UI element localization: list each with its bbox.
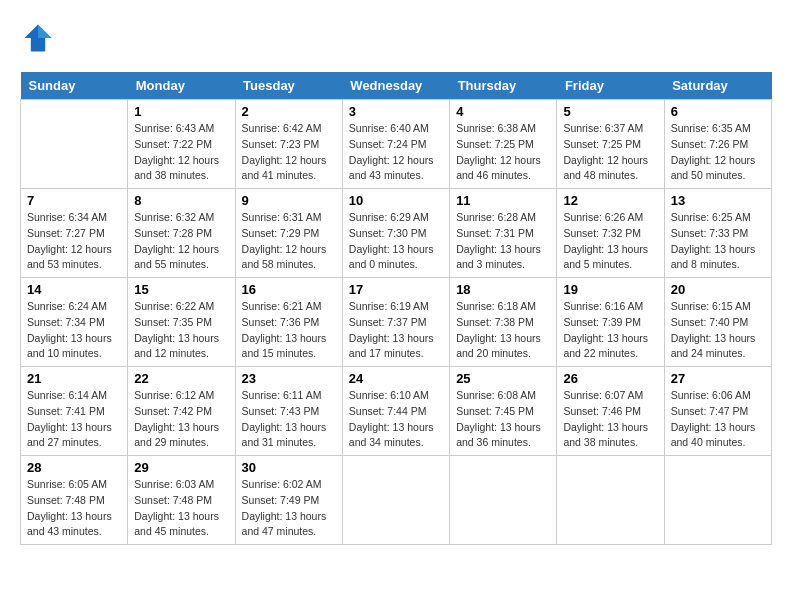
calendar-cell: 22Sunrise: 6:12 AMSunset: 7:42 PMDayligh… (128, 367, 235, 456)
day-number: 22 (134, 371, 228, 386)
calendar-cell: 12Sunrise: 6:26 AMSunset: 7:32 PMDayligh… (557, 189, 664, 278)
day-number: 3 (349, 104, 443, 119)
calendar-cell: 28Sunrise: 6:05 AMSunset: 7:48 PMDayligh… (21, 456, 128, 545)
day-info: Sunrise: 6:14 AMSunset: 7:41 PMDaylight:… (27, 388, 121, 451)
day-number: 8 (134, 193, 228, 208)
day-header-wednesday: Wednesday (342, 72, 449, 100)
day-number: 28 (27, 460, 121, 475)
day-number: 5 (563, 104, 657, 119)
page-header (20, 20, 772, 56)
day-info: Sunrise: 6:37 AMSunset: 7:25 PMDaylight:… (563, 121, 657, 184)
calendar-cell: 14Sunrise: 6:24 AMSunset: 7:34 PMDayligh… (21, 278, 128, 367)
day-info: Sunrise: 6:24 AMSunset: 7:34 PMDaylight:… (27, 299, 121, 362)
day-number: 9 (242, 193, 336, 208)
day-info: Sunrise: 6:22 AMSunset: 7:35 PMDaylight:… (134, 299, 228, 362)
day-number: 18 (456, 282, 550, 297)
calendar-cell: 21Sunrise: 6:14 AMSunset: 7:41 PMDayligh… (21, 367, 128, 456)
calendar-cell: 18Sunrise: 6:18 AMSunset: 7:38 PMDayligh… (450, 278, 557, 367)
calendar-cell: 30Sunrise: 6:02 AMSunset: 7:49 PMDayligh… (235, 456, 342, 545)
day-header-tuesday: Tuesday (235, 72, 342, 100)
day-info: Sunrise: 6:21 AMSunset: 7:36 PMDaylight:… (242, 299, 336, 362)
day-number: 25 (456, 371, 550, 386)
calendar-cell: 4Sunrise: 6:38 AMSunset: 7:25 PMDaylight… (450, 100, 557, 189)
day-info: Sunrise: 6:10 AMSunset: 7:44 PMDaylight:… (349, 388, 443, 451)
day-info: Sunrise: 6:38 AMSunset: 7:25 PMDaylight:… (456, 121, 550, 184)
day-info: Sunrise: 6:02 AMSunset: 7:49 PMDaylight:… (242, 477, 336, 540)
calendar-week-5: 28Sunrise: 6:05 AMSunset: 7:48 PMDayligh… (21, 456, 772, 545)
calendar-cell: 23Sunrise: 6:11 AMSunset: 7:43 PMDayligh… (235, 367, 342, 456)
calendar-cell: 15Sunrise: 6:22 AMSunset: 7:35 PMDayligh… (128, 278, 235, 367)
day-header-monday: Monday (128, 72, 235, 100)
day-info: Sunrise: 6:28 AMSunset: 7:31 PMDaylight:… (456, 210, 550, 273)
day-info: Sunrise: 6:19 AMSunset: 7:37 PMDaylight:… (349, 299, 443, 362)
calendar-cell: 27Sunrise: 6:06 AMSunset: 7:47 PMDayligh… (664, 367, 771, 456)
calendar-cell: 8Sunrise: 6:32 AMSunset: 7:28 PMDaylight… (128, 189, 235, 278)
day-info: Sunrise: 6:40 AMSunset: 7:24 PMDaylight:… (349, 121, 443, 184)
day-info: Sunrise: 6:25 AMSunset: 7:33 PMDaylight:… (671, 210, 765, 273)
day-number: 2 (242, 104, 336, 119)
day-info: Sunrise: 6:29 AMSunset: 7:30 PMDaylight:… (349, 210, 443, 273)
day-number: 27 (671, 371, 765, 386)
calendar-cell: 19Sunrise: 6:16 AMSunset: 7:39 PMDayligh… (557, 278, 664, 367)
calendar-cell: 9Sunrise: 6:31 AMSunset: 7:29 PMDaylight… (235, 189, 342, 278)
day-number: 21 (27, 371, 121, 386)
calendar-cell: 24Sunrise: 6:10 AMSunset: 7:44 PMDayligh… (342, 367, 449, 456)
day-number: 7 (27, 193, 121, 208)
calendar-cell (342, 456, 449, 545)
calendar-cell: 17Sunrise: 6:19 AMSunset: 7:37 PMDayligh… (342, 278, 449, 367)
day-number: 13 (671, 193, 765, 208)
calendar-cell (557, 456, 664, 545)
calendar-week-4: 21Sunrise: 6:14 AMSunset: 7:41 PMDayligh… (21, 367, 772, 456)
calendar-cell: 3Sunrise: 6:40 AMSunset: 7:24 PMDaylight… (342, 100, 449, 189)
day-number: 6 (671, 104, 765, 119)
day-info: Sunrise: 6:32 AMSunset: 7:28 PMDaylight:… (134, 210, 228, 273)
day-info: Sunrise: 6:43 AMSunset: 7:22 PMDaylight:… (134, 121, 228, 184)
calendar-cell: 11Sunrise: 6:28 AMSunset: 7:31 PMDayligh… (450, 189, 557, 278)
calendar-cell: 5Sunrise: 6:37 AMSunset: 7:25 PMDaylight… (557, 100, 664, 189)
day-number: 11 (456, 193, 550, 208)
day-info: Sunrise: 6:31 AMSunset: 7:29 PMDaylight:… (242, 210, 336, 273)
day-number: 15 (134, 282, 228, 297)
calendar-cell (664, 456, 771, 545)
logo (20, 20, 60, 56)
day-number: 14 (27, 282, 121, 297)
calendar-week-3: 14Sunrise: 6:24 AMSunset: 7:34 PMDayligh… (21, 278, 772, 367)
day-info: Sunrise: 6:35 AMSunset: 7:26 PMDaylight:… (671, 121, 765, 184)
calendar-cell (450, 456, 557, 545)
calendar-cell: 10Sunrise: 6:29 AMSunset: 7:30 PMDayligh… (342, 189, 449, 278)
day-header-sunday: Sunday (21, 72, 128, 100)
day-info: Sunrise: 6:11 AMSunset: 7:43 PMDaylight:… (242, 388, 336, 451)
day-number: 26 (563, 371, 657, 386)
day-info: Sunrise: 6:16 AMSunset: 7:39 PMDaylight:… (563, 299, 657, 362)
day-number: 12 (563, 193, 657, 208)
day-info: Sunrise: 6:12 AMSunset: 7:42 PMDaylight:… (134, 388, 228, 451)
day-header-thursday: Thursday (450, 72, 557, 100)
logo-icon (20, 20, 56, 56)
calendar-week-1: 1Sunrise: 6:43 AMSunset: 7:22 PMDaylight… (21, 100, 772, 189)
day-number: 24 (349, 371, 443, 386)
day-info: Sunrise: 6:15 AMSunset: 7:40 PMDaylight:… (671, 299, 765, 362)
calendar-cell: 29Sunrise: 6:03 AMSunset: 7:48 PMDayligh… (128, 456, 235, 545)
calendar-cell: 7Sunrise: 6:34 AMSunset: 7:27 PMDaylight… (21, 189, 128, 278)
day-number: 10 (349, 193, 443, 208)
calendar-week-2: 7Sunrise: 6:34 AMSunset: 7:27 PMDaylight… (21, 189, 772, 278)
calendar-table: SundayMondayTuesdayWednesdayThursdayFrid… (20, 72, 772, 545)
calendar-cell: 20Sunrise: 6:15 AMSunset: 7:40 PMDayligh… (664, 278, 771, 367)
calendar-cell: 1Sunrise: 6:43 AMSunset: 7:22 PMDaylight… (128, 100, 235, 189)
day-number: 29 (134, 460, 228, 475)
day-header-friday: Friday (557, 72, 664, 100)
calendar-header-row: SundayMondayTuesdayWednesdayThursdayFrid… (21, 72, 772, 100)
day-info: Sunrise: 6:07 AMSunset: 7:46 PMDaylight:… (563, 388, 657, 451)
day-header-saturday: Saturday (664, 72, 771, 100)
day-number: 4 (456, 104, 550, 119)
day-info: Sunrise: 6:26 AMSunset: 7:32 PMDaylight:… (563, 210, 657, 273)
day-number: 30 (242, 460, 336, 475)
calendar-cell: 2Sunrise: 6:42 AMSunset: 7:23 PMDaylight… (235, 100, 342, 189)
calendar-cell: 26Sunrise: 6:07 AMSunset: 7:46 PMDayligh… (557, 367, 664, 456)
calendar-cell: 25Sunrise: 6:08 AMSunset: 7:45 PMDayligh… (450, 367, 557, 456)
day-info: Sunrise: 6:08 AMSunset: 7:45 PMDaylight:… (456, 388, 550, 451)
calendar-cell (21, 100, 128, 189)
day-number: 19 (563, 282, 657, 297)
calendar-cell: 6Sunrise: 6:35 AMSunset: 7:26 PMDaylight… (664, 100, 771, 189)
day-number: 23 (242, 371, 336, 386)
